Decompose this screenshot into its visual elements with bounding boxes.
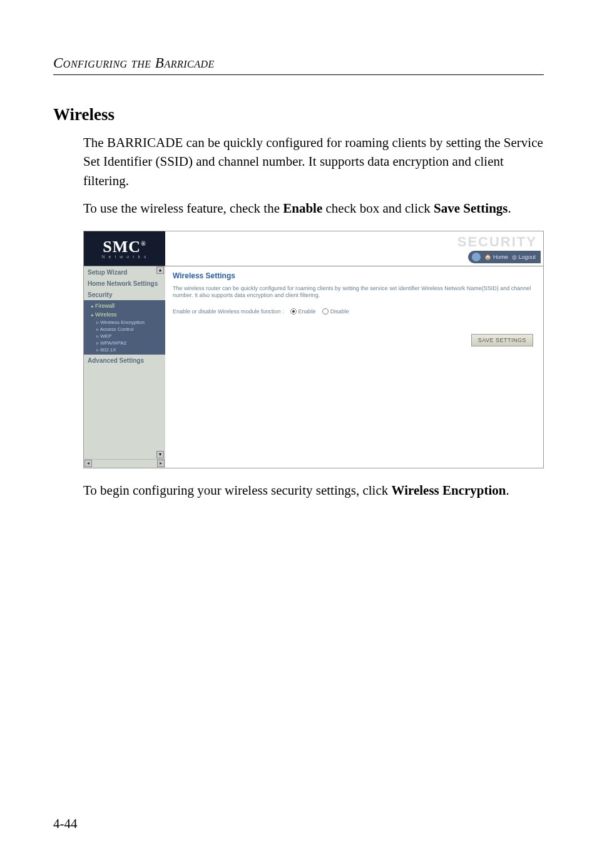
scroll-left-icon[interactable]: ◂	[84, 460, 92, 467]
header-rule	[53, 74, 544, 75]
radio-dot-enable	[290, 308, 297, 315]
logout-link[interactable]: ◎ Logout	[512, 254, 536, 260]
p3-bold: Wireless Encryption	[392, 483, 506, 498]
nav-security[interactable]: Security	[84, 289, 165, 300]
paragraph-2: To use the wireless feature, check the E…	[83, 199, 544, 218]
logo-main: SMC®	[103, 238, 146, 256]
globe-icon	[472, 253, 481, 261]
p3-post: .	[506, 483, 509, 498]
nav-8021x[interactable]: ▹ 802.1X	[84, 346, 165, 353]
wireless-toggle-row: Enable or disable Wireless module functi…	[173, 308, 536, 315]
topbar-right: SECURITY 🏠 Home ◎ Logout	[165, 231, 543, 266]
p2-bold-save: Save Settings	[434, 201, 508, 216]
p2-post: .	[508, 201, 511, 216]
radio-enable-label: Enable	[298, 308, 316, 315]
nav-access-control[interactable]: ▹ Access Control	[84, 326, 165, 333]
paragraph-3: To begin configuring your wireless secur…	[83, 481, 544, 500]
smc-logo: SMC® N e t w o r k s	[84, 231, 165, 266]
nav-advanced-settings[interactable]: Advanced Settings	[84, 355, 165, 366]
nav-wep[interactable]: ▹ WEP	[84, 333, 165, 340]
nav-home-network-settings[interactable]: Home Network Settings	[84, 278, 165, 289]
sidebar-hscroll: ◂ ▸	[84, 459, 165, 468]
brand-watermark: SECURITY	[457, 234, 537, 250]
nav-wireless[interactable]: Wireless	[84, 310, 165, 319]
screenshot-topbar: SMC® N e t w o r k s SECURITY 🏠 Home ◎ L…	[84, 231, 543, 266]
p2-bold-enable: Enable	[283, 201, 322, 216]
panel-title: Wireless Settings	[173, 271, 536, 280]
save-settings-button[interactable]: SAVE SETTINGS	[471, 334, 533, 346]
logo-sub: N e t w o r k s	[102, 255, 148, 259]
section-title: Wireless	[53, 105, 544, 124]
scroll-up-icon[interactable]: ▴	[156, 266, 164, 274]
paragraph-1: The BARRICADE can be quickly configured …	[83, 133, 544, 190]
radio-enable[interactable]: Enable	[290, 308, 316, 315]
p2-mid: check box and click	[322, 201, 434, 216]
router-admin-screenshot: SMC® N e t w o r k s SECURITY 🏠 Home ◎ L…	[83, 231, 544, 468]
screenshot-body: ▴ Setup Wizard Home Network Settings Sec…	[84, 266, 543, 468]
scroll-down-icon[interactable]: ▾	[156, 451, 164, 458]
nav-firewall[interactable]: Firewall	[84, 301, 165, 310]
radio-dot-disable	[322, 308, 329, 315]
sidebar: ▴ Setup Wizard Home Network Settings Sec…	[84, 266, 165, 468]
toggle-label: Enable or disable Wireless module functi…	[173, 308, 284, 315]
scroll-right-icon[interactable]: ▸	[157, 460, 165, 467]
radio-disable[interactable]: Disable	[322, 308, 349, 315]
p3-pre: To begin configuring your wireless secur…	[83, 483, 392, 498]
page-number: 4-44	[53, 816, 78, 832]
panel-description: The wireless router can be quickly confi…	[173, 285, 536, 300]
nav-wpa[interactable]: ▹ WPA/WPA2	[84, 340, 165, 346]
top-link-bar: 🏠 Home ◎ Logout	[468, 251, 541, 263]
chapter-header: Configuring the Barricade	[53, 55, 544, 71]
content-panel: Wireless Settings The wireless router ca…	[165, 266, 543, 468]
chapter-header-text: Configuring the Barricade	[53, 55, 215, 71]
nav-security-subgroup: Firewall Wireless ▹ Wireless Encryption …	[84, 300, 165, 355]
nav-wireless-encryption[interactable]: ▹ Wireless Encryption	[84, 319, 165, 326]
nav-setup-wizard[interactable]: Setup Wizard	[84, 266, 165, 278]
home-link[interactable]: 🏠 Home	[484, 254, 508, 260]
radio-disable-label: Disable	[330, 308, 349, 315]
p2-pre: To use the wireless feature, check the	[83, 201, 283, 216]
